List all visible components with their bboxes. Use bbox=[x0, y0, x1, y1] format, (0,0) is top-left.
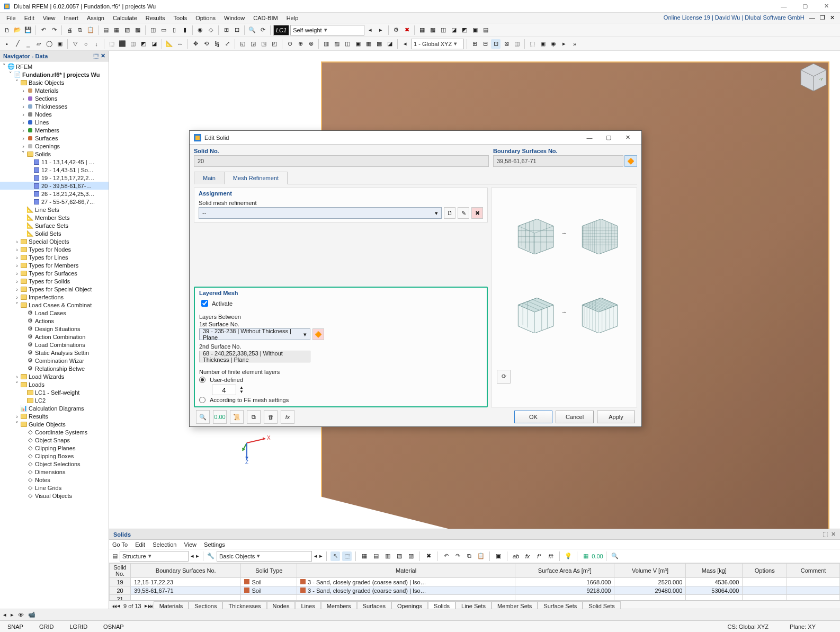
apply-button[interactable]: Apply bbox=[597, 411, 635, 423]
tree-lcc-item[interactable]: Actions bbox=[35, 318, 54, 324]
tm-h4[interactable]: ▸ bbox=[559, 39, 569, 49]
lpt-sel[interactable]: ▣ bbox=[494, 551, 503, 561]
lpt-next[interactable]: ▸ bbox=[196, 553, 199, 559]
lpt-row2[interactable]: ▤ bbox=[371, 551, 381, 561]
tb-undo[interactable]: ↶ bbox=[39, 25, 48, 35]
lpm-edit[interactable]: Edit bbox=[135, 541, 145, 548]
menu-edit[interactable]: Edit bbox=[20, 14, 39, 22]
solids-grid[interactable]: Solid No. Boundary Surfaces No. Solid Ty… bbox=[109, 563, 840, 600]
dlg-delete-button[interactable]: 🗑 bbox=[264, 410, 278, 424]
tm-a[interactable]: ⬚ bbox=[107, 39, 117, 49]
lpt-row4[interactable]: ▧ bbox=[395, 551, 404, 561]
tree-item[interactable]: Member Sets bbox=[35, 215, 69, 221]
bb-next[interactable]: ▸ bbox=[11, 611, 14, 618]
tm-e[interactable]: ◪ bbox=[149, 39, 159, 49]
lpt-del[interactable]: ✖ bbox=[424, 551, 433, 561]
lc-code[interactable]: LC1 bbox=[273, 25, 289, 35]
lpm-set[interactable]: Settings bbox=[204, 541, 225, 548]
tb-expand[interactable]: ⊡ bbox=[232, 25, 242, 35]
tree-folder[interactable]: Types for Special Object bbox=[29, 286, 92, 292]
cancel-button[interactable]: Cancel bbox=[556, 411, 594, 423]
tb-top[interactable]: ▭ bbox=[159, 25, 168, 35]
tm-s2[interactable]: ◲ bbox=[248, 39, 258, 49]
viewport-3d[interactable]: -Y X Z Edit Solid — ▢ ✕ bbox=[109, 51, 840, 611]
tree-item[interactable]: Sections bbox=[35, 95, 57, 102]
smr-edit-button[interactable]: ✎ bbox=[458, 207, 469, 219]
tb-rotate[interactable]: ⟳ bbox=[258, 25, 267, 35]
tree-guide-item[interactable]: Coordinate Systems bbox=[35, 429, 87, 435]
tb-calc[interactable]: ⚙ bbox=[391, 25, 401, 35]
dialog-titlebar[interactable]: Edit Solid — ▢ ✕ bbox=[190, 131, 641, 145]
tm-solid[interactable]: ▣ bbox=[55, 39, 65, 49]
tb-zoom[interactable]: 🔍 bbox=[247, 25, 257, 35]
lpt-row5[interactable]: ▨ bbox=[406, 551, 416, 561]
tree-folder[interactable]: Types for Solids bbox=[29, 278, 70, 284]
tm-g5[interactable]: ◫ bbox=[512, 39, 522, 49]
tree-folder[interactable]: Special Objects bbox=[29, 238, 69, 245]
menu-close[interactable]: ✕ bbox=[830, 14, 835, 21]
table-row[interactable]: 1912,15-17,22,23Soil3 - Sand, closely gr… bbox=[110, 578, 840, 586]
tb-save[interactable]: 💾 bbox=[23, 25, 33, 35]
nav-cube-icon[interactable]: -Y bbox=[798, 61, 829, 93]
tree-item[interactable]: Thicknesses bbox=[35, 103, 67, 110]
tree-guide[interactable]: Guide Objects bbox=[29, 421, 66, 428]
menu-insert[interactable]: Insert bbox=[59, 14, 83, 22]
tab-main[interactable]: Main bbox=[194, 172, 225, 184]
lpt-units[interactable]: 0.00 bbox=[593, 551, 602, 561]
tm-snap2[interactable]: ⊕ bbox=[296, 39, 305, 49]
tm-node[interactable]: • bbox=[2, 39, 12, 49]
lpt-help[interactable]: 🔍 bbox=[610, 551, 620, 561]
tree-item[interactable]: Openings bbox=[35, 143, 60, 149]
tm-meas[interactable]: 📐 bbox=[165, 39, 174, 49]
lpt-row1[interactable]: ▦ bbox=[360, 551, 369, 561]
lp-first[interactable]: ⏮ bbox=[111, 603, 117, 609]
tree-lcc[interactable]: Load Cases & Combinat bbox=[29, 302, 92, 308]
lpt-struct[interactable]: Structure▾ bbox=[120, 551, 189, 562]
menu-min[interactable]: — bbox=[809, 14, 815, 21]
tb-wire[interactable]: ◇ bbox=[206, 25, 216, 35]
tree-lcc-item[interactable]: Design Situations bbox=[35, 326, 81, 332]
tree-lc1[interactable]: LC1 - Self-weight bbox=[35, 389, 79, 396]
tm-open[interactable]: ◯ bbox=[44, 39, 54, 49]
lpt-redo[interactable]: ↷ bbox=[453, 551, 462, 561]
tree-guide-item[interactable]: Visual Objects bbox=[35, 493, 72, 499]
tb-open[interactable]: 📂 bbox=[13, 25, 22, 35]
menu-help[interactable]: Help bbox=[282, 14, 303, 22]
menu-tools[interactable]: Tools bbox=[169, 14, 191, 22]
tb-split[interactable]: ⊞ bbox=[221, 25, 231, 35]
tree-item[interactable]: Surface Sets bbox=[35, 222, 68, 229]
lpt-fx1[interactable]: ab bbox=[511, 551, 521, 561]
tb-stop[interactable]: ✖ bbox=[402, 25, 412, 35]
col-comment[interactable]: Comment bbox=[787, 564, 840, 578]
tm-s3[interactable]: ◳ bbox=[259, 39, 269, 49]
smr-new-button[interactable]: 🗋 bbox=[444, 207, 455, 219]
tree-solid-item[interactable]: 20 - 39,58-61,67-… bbox=[41, 183, 92, 189]
tm-f4[interactable]: ▣ bbox=[353, 39, 363, 49]
tree-solid-item[interactable]: 12 - 14,43-51 | So… bbox=[41, 167, 94, 173]
menu-options[interactable]: Options bbox=[191, 14, 220, 22]
col-solid-no[interactable]: Solid No. bbox=[110, 564, 131, 578]
lpt-fx4[interactable]: f# bbox=[546, 551, 556, 561]
tree-lcc-item[interactable]: Static Analysis Settin bbox=[35, 350, 89, 356]
activate-checkbox[interactable] bbox=[201, 300, 208, 307]
tm-f1[interactable]: ▥ bbox=[321, 39, 331, 49]
menu-cadbim[interactable]: CAD-BIM bbox=[249, 14, 282, 22]
menu-restore[interactable]: ❐ bbox=[820, 14, 825, 21]
tree-solids[interactable]: Solids bbox=[35, 151, 51, 157]
status-snap[interactable]: SNAP bbox=[3, 624, 28, 630]
menu-calculate[interactable]: Calculate bbox=[109, 14, 141, 22]
dlg-script-button[interactable]: 📜 bbox=[230, 410, 244, 424]
tree-calc-diag[interactable]: Calculation Diagrams bbox=[29, 405, 84, 412]
status-lgrid[interactable]: LGRID bbox=[65, 624, 92, 630]
tm-g1[interactable]: ⊞ bbox=[470, 39, 479, 49]
tm-scl[interactable]: ⤢ bbox=[222, 39, 232, 49]
nav-pin-icon[interactable]: ⬚ bbox=[93, 52, 99, 59]
lpt-pst[interactable]: 📋 bbox=[476, 551, 486, 561]
navigator-tree[interactable]: ˅🌐RFEM ˅📄Fundation.rf6* | projects Wu ˅B… bbox=[0, 61, 109, 611]
lpt-struct-icon[interactable]: ▤ bbox=[112, 553, 118, 559]
tm-f2[interactable]: ▨ bbox=[332, 39, 342, 49]
lpm-sel[interactable]: Selection bbox=[153, 541, 176, 548]
tree-root[interactable]: RFEM bbox=[16, 64, 32, 70]
tm-more[interactable]: » bbox=[570, 39, 579, 49]
dlg-fx-button[interactable]: fx bbox=[281, 410, 294, 424]
